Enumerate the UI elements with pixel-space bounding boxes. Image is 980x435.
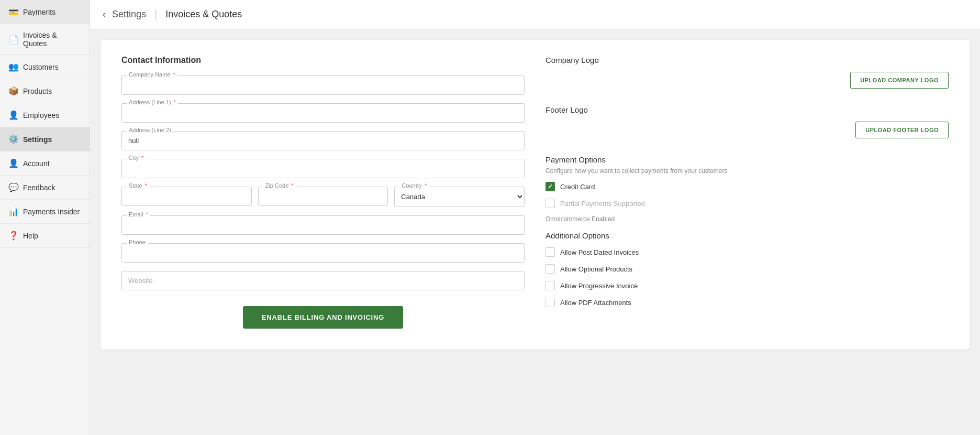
enable-billing-button[interactable]: ENABLE BILLING AND INVOICING [243, 306, 403, 329]
sidebar-item-invoices[interactable]: 📄 Invoices & Quotes [0, 24, 90, 55]
sidebar-item-settings[interactable]: ⚙️ Settings [0, 127, 90, 151]
sidebar-item-feedback[interactable]: 💬 Feedback [0, 176, 90, 200]
main-card: Contact Information Company Name * Addre… [101, 40, 970, 350]
sidebar-label-payments-insider: Payments Insider [23, 208, 80, 216]
country-field: Country * Canada United States United Ki… [394, 187, 525, 207]
phone-label: Phone [127, 239, 148, 245]
post-dated-checkbox[interactable] [545, 247, 555, 257]
sidebar-item-account[interactable]: 👤 Account [0, 151, 90, 176]
feedback-icon: 💬 [8, 182, 18, 192]
account-icon: 👤 [8, 158, 18, 168]
contact-information-section: Contact Information Company Name * Addre… [121, 56, 525, 329]
content-grid: Contact Information Company Name * Addre… [121, 56, 949, 329]
optional-products-row: Allow Optional Products [545, 264, 949, 274]
state-field: State * [121, 187, 252, 207]
payments-icon: 💳 [8, 7, 18, 17]
sidebar-item-payments[interactable]: 💳 Payments [0, 0, 90, 24]
email-input[interactable] [121, 215, 525, 235]
progressive-invoice-checkbox[interactable] [545, 281, 555, 290]
email-label: Email * [127, 211, 150, 218]
optional-products-checkbox[interactable] [545, 264, 555, 274]
post-dated-row: Allow Post Dated Invoices [545, 247, 949, 257]
post-dated-label: Allow Post Dated Invoices [560, 248, 639, 256]
omnicommerce-label: Omnicommerce Enabled [545, 215, 949, 223]
sidebar-item-employees[interactable]: 👤 Employees [0, 103, 90, 127]
enable-btn-row: ENABLE BILLING AND INVOICING [121, 306, 525, 329]
pdf-attachments-row: Allow PDF Attachments [545, 298, 949, 307]
content-area: Contact Information Company Name * Addre… [90, 29, 980, 435]
phone-input[interactable] [121, 243, 525, 263]
payment-options-title: Payment Options [545, 155, 949, 164]
sidebar-label-help: Help [23, 232, 38, 240]
invoices-icon: 📄 [8, 35, 18, 45]
sidebar-item-products[interactable]: 📦 Products [0, 79, 90, 103]
country-select[interactable]: Canada United States United Kingdom Aust… [394, 187, 525, 207]
employees-icon: 👤 [8, 110, 18, 120]
pdf-attachments-checkbox[interactable] [545, 298, 555, 307]
pdf-attachments-label: Allow PDF Attachments [560, 299, 631, 307]
help-icon: ❓ [8, 231, 18, 241]
address1-field: Address (Line 1) * [121, 103, 525, 123]
progressive-invoice-label: Allow Progressive Invoice [560, 282, 638, 290]
address1-label: Address (Line 1) * [127, 99, 178, 105]
sidebar: 💳 Payments 📄 Invoices & Quotes 👥 Custome… [0, 0, 90, 435]
company-name-label: Company Name * [127, 71, 177, 78]
sidebar-label-invoices: Invoices & Quotes [23, 31, 81, 48]
city-label: City * [127, 155, 146, 161]
email-field: Email * [121, 215, 525, 235]
page-header: ‹ Settings | Invoices & Quotes [90, 0, 980, 29]
main-content: ‹ Settings | Invoices & Quotes Contact I… [90, 0, 980, 435]
back-button[interactable]: ‹ [103, 9, 106, 20]
zip-input[interactable] [258, 187, 388, 206]
optional-products-label: Allow Optional Products [560, 265, 632, 273]
country-label: Country * [399, 182, 429, 189]
credit-card-row: Credit Card [545, 182, 949, 191]
zip-field: Zip Code * [258, 187, 388, 207]
city-field: City * [121, 159, 525, 178]
footer-logo-title: Footer Logo [545, 105, 949, 114]
website-field[interactable]: Website [121, 271, 525, 290]
website-placeholder-text: Website [128, 277, 153, 285]
partial-payments-checkbox[interactable] [545, 199, 555, 208]
zip-label: Zip Code * [263, 182, 296, 189]
customers-icon: 👥 [8, 62, 18, 72]
payments-insider-icon: 📊 [8, 206, 18, 216]
partial-payments-label: Partial Payments Supported [560, 200, 645, 208]
upload-company-logo-button[interactable]: UPLOAD COMPANY LOGO [850, 72, 949, 89]
sidebar-label-payments: Payments [23, 8, 55, 16]
credit-card-label: Credit Card [560, 183, 595, 191]
address2-label: Address (Line 2) [127, 127, 173, 133]
city-input[interactable] [121, 159, 525, 178]
sidebar-label-feedback: Feedback [23, 183, 55, 192]
contact-info-title: Contact Information [121, 56, 525, 65]
phone-field: Phone [121, 243, 525, 263]
state-zip-country-row: State * Zip Code * [121, 187, 525, 207]
right-section: Company Logo UPLOAD COMPANY LOGO Footer … [545, 56, 949, 329]
sidebar-label-settings: Settings [23, 135, 52, 144]
payment-description: Configure how you want to collect paymen… [545, 167, 949, 175]
settings-icon: ⚙️ [8, 134, 18, 144]
sidebar-label-customers: Customers [23, 63, 59, 71]
products-icon: 📦 [8, 86, 18, 96]
address2-input[interactable]: null [121, 131, 525, 150]
progressive-invoice-row: Allow Progressive Invoice [545, 281, 949, 290]
company-name-field: Company Name * [121, 75, 525, 95]
upload-footer-logo-button[interactable]: UPLOAD FOOTER LOGO [855, 122, 949, 138]
credit-card-checkbox[interactable] [545, 182, 555, 191]
company-logo-title: Company Logo [545, 56, 949, 64]
sidebar-label-employees: Employees [23, 111, 59, 119]
header-divider: | [154, 8, 157, 20]
sidebar-item-customers[interactable]: 👥 Customers [0, 55, 90, 79]
company-name-input[interactable] [121, 75, 525, 95]
state-label: State * [127, 182, 149, 189]
address1-input[interactable] [121, 103, 525, 123]
sidebar-label-products: Products [23, 87, 52, 95]
page-title: Invoices & Quotes [165, 9, 242, 20]
sidebar-item-payments-insider[interactable]: 📊 Payments Insider [0, 200, 90, 224]
settings-breadcrumb[interactable]: Settings [112, 9, 146, 20]
address2-field: Address (Line 2) null [121, 131, 525, 150]
state-input[interactable] [121, 187, 252, 206]
additional-options-title: Additional Options [545, 231, 949, 240]
partial-payments-row: Partial Payments Supported [545, 199, 949, 208]
sidebar-item-help[interactable]: ❓ Help [0, 224, 90, 248]
